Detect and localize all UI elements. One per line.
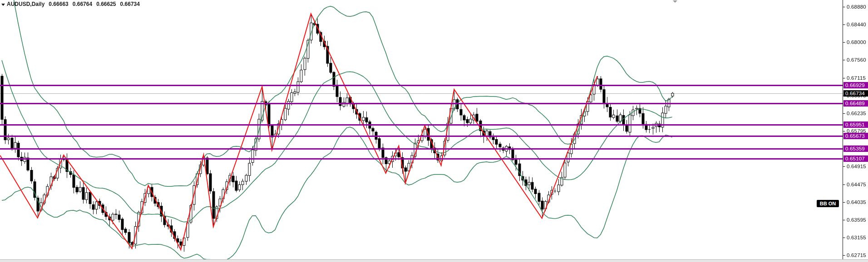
candlestick-chart-canvas[interactable] bbox=[0, 0, 868, 262]
ohlc-high: 0.66764 bbox=[73, 1, 92, 7]
chart-shift-marker-icon[interactable] bbox=[673, 0, 677, 3]
ohlc-open: 0.66663 bbox=[49, 1, 68, 7]
ohlc-low: 0.66625 bbox=[96, 1, 116, 7]
symbol-timeframe-label: AUDUSD,Daily bbox=[7, 1, 44, 7]
symbol-dropdown-icon[interactable] bbox=[1, 4, 5, 6]
bb-toggle-button[interactable]: BB ON bbox=[817, 200, 839, 207]
trading-chart-window: AUDUSD,Daily 0.66663 0.66764 0.66625 0.6… bbox=[0, 0, 868, 262]
ohlc-close: 0.66734 bbox=[120, 1, 140, 7]
bottom-border-strip bbox=[0, 259, 868, 262]
chart-title: AUDUSD,Daily 0.66663 0.66764 0.66625 0.6… bbox=[1, 0, 140, 8]
